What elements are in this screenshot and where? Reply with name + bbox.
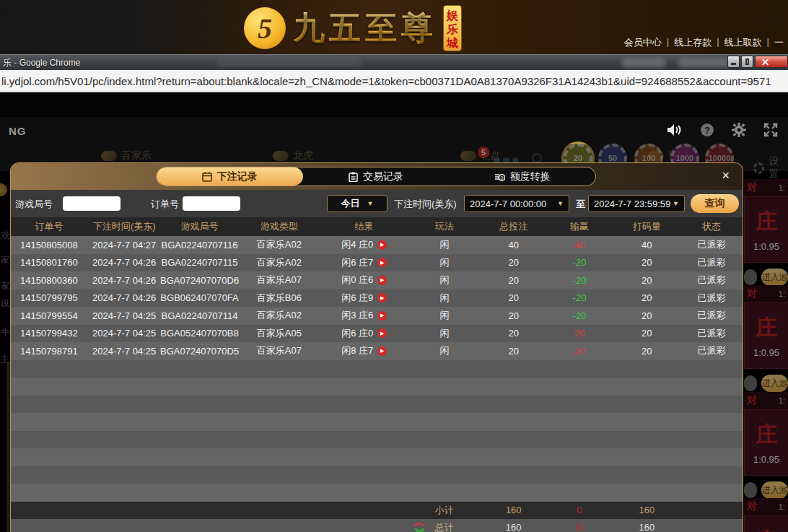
help-icon[interactable]: ? [700, 123, 714, 137]
maximize-button[interactable] [741, 56, 753, 68]
search-button[interactable]: 查询 [691, 194, 739, 213]
page-gap [0, 92, 788, 117]
play-icon[interactable]: ▶ [377, 276, 387, 285]
bet-time-label: 下注时间(美东) [394, 198, 457, 211]
link-separator: | [667, 36, 669, 49]
gear-icon[interactable] [732, 123, 746, 137]
fullscreen-icon[interactable] [763, 123, 778, 137]
spacer-cell [11, 502, 87, 519]
subtotal-label: 小计 [408, 502, 481, 519]
date-from-picker[interactable]: 2024-7-7 00:00:00 ▼ [464, 195, 569, 212]
status-cell: 已派彩 [680, 254, 743, 272]
subtotal-row: 小计1600160 [11, 502, 743, 519]
empty-row [11, 378, 743, 396]
winloss-cell: -20 [546, 254, 613, 272]
tab-额度转换[interactable]: 0额度转换 [449, 167, 595, 186]
play-icon[interactable]: ▶ [377, 328, 387, 338]
play-icon[interactable]: ▶ [377, 311, 387, 320]
play-type-cell: 闲 [408, 289, 481, 308]
date-range-select[interactable]: 今日 ▼ [327, 195, 388, 212]
modal-top-bar: 下注记录交易记录0额度转换 × [11, 163, 743, 190]
url-text[interactable]: li.ydjol.com/h5V01/pc/index.html?return=… [1, 75, 771, 87]
url-bar[interactable]: li.ydjol.com/h5V01/pc/index.html?return=… [0, 70, 788, 92]
play-icon[interactable]: ▶ [377, 346, 387, 356]
date-to-value: 2024-7-7 23:59:59 [594, 199, 670, 209]
spacer-cell [162, 519, 238, 532]
logo-95-icon: 5 [244, 7, 286, 49]
winloss-cell: -20 [546, 289, 613, 308]
total-label-cell: 总计 [408, 519, 481, 532]
column-header: 打码量 [613, 217, 680, 236]
type-cell: 百家乐B06 [238, 289, 321, 308]
table-row[interactable]: 141508017602024-7-7 04:26BGA02240707115百… [11, 254, 743, 272]
order-cell: 14150799795 [11, 289, 87, 308]
table-row[interactable]: 141507997952024-7-7 04:26BGB062407070FA百… [11, 289, 743, 308]
window-titlebar[interactable]: 乐 - Google Chrome [0, 54, 788, 70]
round-cell: BGA072407070D5 [162, 342, 238, 360]
close-icon[interactable]: × [722, 169, 730, 182]
spacer-cell [237, 502, 320, 519]
svg-text:0: 0 [500, 175, 503, 180]
logo-badge: 娱乐城 [443, 5, 462, 51]
tab-交易记录[interactable]: 交易记录 [303, 167, 450, 186]
tab-下注记录[interactable]: 下注记录 [157, 167, 303, 186]
play-icon[interactable]: ▶ [377, 258, 387, 267]
game-round-input[interactable] [63, 196, 121, 211]
play-type-cell: 闲 [408, 254, 481, 272]
column-header: 总投注 [481, 217, 546, 236]
svg-text:?: ? [704, 126, 709, 136]
total-bet-cell: 20 [481, 254, 546, 272]
play-icon[interactable]: ▶ [377, 293, 387, 302]
play-type-cell: 闲 [408, 342, 481, 360]
subtotal-bet: 160 [481, 502, 546, 519]
banner-link[interactable]: 线上存款 [674, 36, 712, 49]
order-input[interactable] [183, 196, 240, 211]
round-cell: BGA02240707114 [162, 307, 238, 325]
total-bet-cell: 40 [481, 236, 546, 254]
close-window-button[interactable] [755, 56, 788, 68]
refresh-icon[interactable] [413, 522, 425, 532]
empty-row [11, 396, 743, 414]
total-bet: 160 [481, 519, 546, 532]
banner-link[interactable]: 线上取款 [724, 36, 762, 49]
winloss-cell: -20 [546, 271, 613, 289]
banner-link[interactable]: 一 [774, 36, 784, 49]
status-cell: 已派彩 [680, 325, 743, 343]
result-text: 闲0 庄6 [341, 274, 373, 287]
column-header: 订单号 [11, 217, 87, 236]
round-cell: BGA02240707116 [162, 236, 238, 254]
turnover-cell: 20 [613, 307, 680, 325]
tab-label: 下注记录 [217, 170, 258, 183]
game-brand: NG [9, 125, 27, 137]
column-header: 游戏类型 [237, 217, 320, 236]
site-logo: 5 九五至尊 娱乐城 [244, 4, 462, 52]
play-icon[interactable]: ▶ [377, 240, 387, 250]
winloss-cell: 40 [546, 236, 613, 254]
type-cell: 百家乐A07 [238, 342, 321, 360]
table-row[interactable]: 141507987912024-7-7 04:25BGA072407070D5百… [11, 342, 743, 360]
play-type-cell: 闲 [408, 236, 481, 254]
total-bet-cell: 20 [481, 271, 546, 289]
game-round-label: 游戏局号 [15, 198, 53, 211]
table-row[interactable]: 141507995542024-7-7 04:25BGA02240707114百… [11, 307, 743, 325]
speaker-icon[interactable] [667, 123, 683, 136]
date-to-picker[interactable]: 2024-7-7 23:59:59 ▼ [588, 195, 685, 212]
banner-link[interactable]: 会员中心 [624, 36, 662, 49]
empty-row [11, 466, 743, 484]
total-bet-cell: 20 [481, 307, 546, 325]
turnover-cell: 20 [613, 325, 680, 343]
status-cell: 已派彩 [680, 271, 743, 289]
site-banner: 5 九五至尊 娱乐城 会员中心|线上存款|线上取款|一 [0, 0, 788, 54]
table-row[interactable]: 141508050082024-7-7 04:27BGA02240707116百… [11, 236, 743, 254]
total-winloss: 0 [546, 519, 613, 532]
time-cell: 2024-7-7 04:26 [87, 289, 162, 308]
table-row[interactable]: 141507994322024-7-7 04:25BGA052407070B8百… [11, 325, 743, 343]
bet-records-modal: 下注记录交易记录0额度转换 × 游戏局号 订单号 今日 ▼ 下注时间(美东) 2… [10, 162, 743, 532]
status-cell: 已派彩 [680, 289, 743, 308]
result-cell: 闲3 庄6▶ [320, 307, 408, 325]
time-cell: 2024-7-7 04:26 [87, 271, 162, 289]
result-cell: 闲8 庄7▶ [320, 342, 408, 360]
table-header: 订单号下注时间(美东)游戏局号游戏类型结果玩法总投注输赢打码量状态 [11, 217, 743, 236]
minimize-button[interactable] [727, 56, 740, 68]
table-row[interactable]: 141508003602024-7-7 04:26BGA072407070D6百… [11, 271, 743, 289]
